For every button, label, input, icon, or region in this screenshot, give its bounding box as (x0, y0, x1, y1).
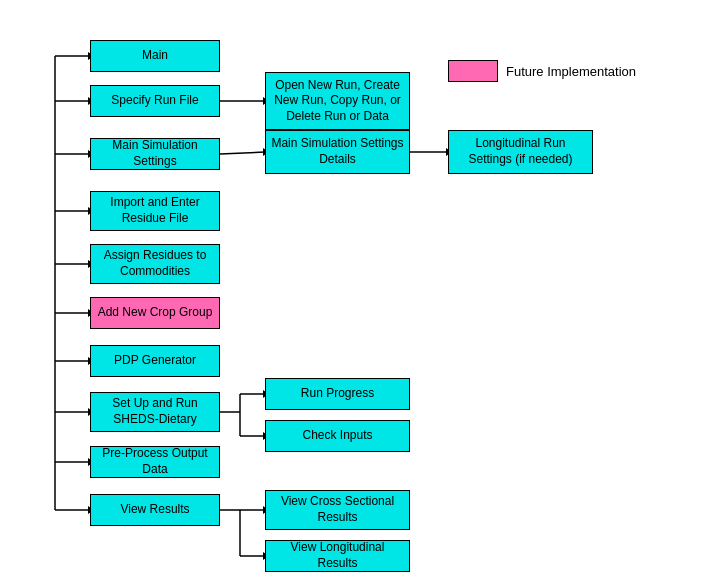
longitudinal-label: Longitudinal Run Settings (if needed) (453, 136, 588, 167)
run-progress-label: Run Progress (301, 386, 374, 402)
view-long-node[interactable]: View Longitudinal Results (265, 540, 410, 572)
view-results-label: View Results (120, 502, 189, 518)
main-label: Main (142, 48, 168, 64)
run-progress-node[interactable]: Run Progress (265, 378, 410, 410)
main-sim-details-node[interactable]: Main Simulation Settings Details (265, 130, 410, 174)
view-cross-node[interactable]: View Cross Sectional Results (265, 490, 410, 530)
legend-label: Future Implementation (506, 64, 636, 79)
pdp-gen-node[interactable]: PDP Generator (90, 345, 220, 377)
check-inputs-label: Check Inputs (302, 428, 372, 444)
add-crop-label: Add New Crop Group (98, 305, 213, 321)
pdp-gen-label: PDP Generator (114, 353, 196, 369)
preprocess-label: Pre-Process Output Data (95, 446, 215, 477)
setup-run-node[interactable]: Set Up and Run SHEDS-Dietary (90, 392, 220, 432)
view-long-label: View Longitudinal Results (270, 540, 405, 571)
longitudinal-node[interactable]: Longitudinal Run Settings (if needed) (448, 130, 593, 174)
svg-line-23 (220, 152, 265, 154)
main-sim-node[interactable]: Main Simulation Settings (90, 138, 220, 170)
main-node[interactable]: Main (90, 40, 220, 72)
legend: Future Implementation (448, 60, 636, 82)
legend-swatch (448, 60, 498, 82)
diagram-container: Main Specify Run File Main Simulation Se… (0, 0, 709, 582)
assign-residues-label: Assign Residues to Commodities (95, 248, 215, 279)
open-new-run-label: Open New Run, Create New Run, Copy Run, … (270, 78, 405, 125)
main-sim-details-label: Main Simulation Settings Details (270, 136, 405, 167)
check-inputs-node[interactable]: Check Inputs (265, 420, 410, 452)
view-cross-label: View Cross Sectional Results (270, 494, 405, 525)
open-new-run-node[interactable]: Open New Run, Create New Run, Copy Run, … (265, 72, 410, 130)
import-residue-node[interactable]: Import and Enter Residue File (90, 191, 220, 231)
add-crop-node[interactable]: Add New Crop Group (90, 297, 220, 329)
preprocess-node[interactable]: Pre-Process Output Data (90, 446, 220, 478)
specify-run-label: Specify Run File (111, 93, 198, 109)
import-residue-label: Import and Enter Residue File (95, 195, 215, 226)
view-results-node[interactable]: View Results (90, 494, 220, 526)
setup-run-label: Set Up and Run SHEDS-Dietary (95, 396, 215, 427)
specify-run-node[interactable]: Specify Run File (90, 85, 220, 117)
assign-residues-node[interactable]: Assign Residues to Commodities (90, 244, 220, 284)
main-sim-label: Main Simulation Settings (95, 138, 215, 169)
